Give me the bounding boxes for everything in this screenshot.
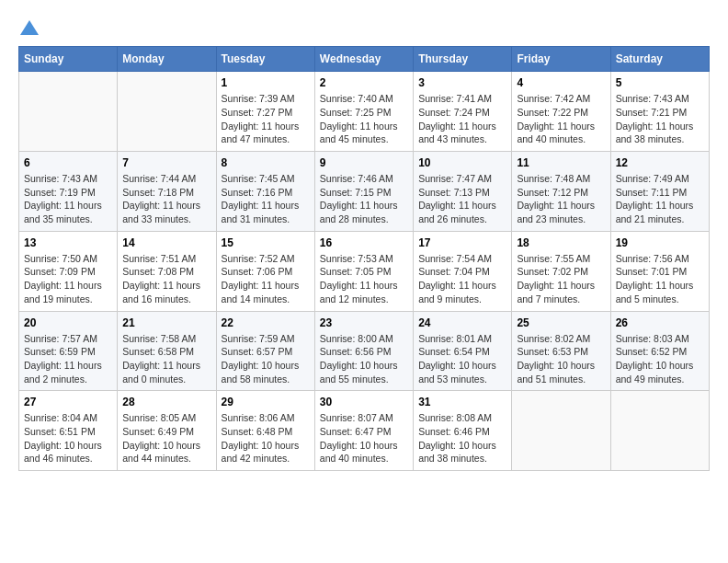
weekday-header-wednesday: Wednesday	[314, 47, 413, 72]
calendar-cell: 4Sunrise: 7:42 AM Sunset: 7:22 PM Daylig…	[512, 72, 610, 152]
calendar-week-row: 1Sunrise: 7:39 AM Sunset: 7:27 PM Daylig…	[19, 72, 710, 152]
logo	[18, 18, 39, 37]
calendar-cell: 10Sunrise: 7:47 AM Sunset: 7:13 PM Dayli…	[414, 152, 512, 232]
weekday-header-friday: Friday	[512, 47, 610, 72]
day-number: 26	[616, 316, 704, 329]
calendar-cell	[118, 72, 216, 152]
calendar-cell: 25Sunrise: 8:02 AM Sunset: 6:53 PM Dayli…	[512, 311, 610, 391]
day-info: Sunrise: 7:42 AM Sunset: 7:22 PM Dayligh…	[517, 92, 605, 146]
day-info: Sunrise: 7:49 AM Sunset: 7:11 PM Dayligh…	[616, 172, 704, 226]
calendar-cell: 15Sunrise: 7:52 AM Sunset: 7:06 PM Dayli…	[216, 231, 314, 311]
calendar-cell	[19, 72, 118, 152]
page-header	[18, 18, 710, 37]
calendar-cell: 1Sunrise: 7:39 AM Sunset: 7:27 PM Daylig…	[216, 72, 314, 152]
day-info: Sunrise: 7:57 AM Sunset: 6:59 PM Dayligh…	[24, 332, 112, 386]
day-number: 1	[222, 76, 310, 89]
calendar-cell: 31Sunrise: 8:08 AM Sunset: 6:46 PM Dayli…	[414, 391, 512, 471]
day-info: Sunrise: 7:43 AM Sunset: 7:19 PM Dayligh…	[24, 172, 112, 226]
calendar-week-row: 20Sunrise: 7:57 AM Sunset: 6:59 PM Dayli…	[19, 311, 710, 391]
calendar-cell: 21Sunrise: 7:58 AM Sunset: 6:58 PM Dayli…	[118, 311, 216, 391]
calendar-cell: 19Sunrise: 7:56 AM Sunset: 7:01 PM Dayli…	[610, 231, 709, 311]
calendar-week-row: 13Sunrise: 7:50 AM Sunset: 7:09 PM Dayli…	[19, 231, 710, 311]
day-info: Sunrise: 7:41 AM Sunset: 7:24 PM Dayligh…	[418, 92, 506, 146]
svg-marker-0	[20, 20, 39, 35]
calendar-cell: 9Sunrise: 7:46 AM Sunset: 7:15 PM Daylig…	[314, 152, 413, 232]
calendar-cell: 22Sunrise: 7:59 AM Sunset: 6:57 PM Dayli…	[216, 311, 314, 391]
calendar-cell: 20Sunrise: 7:57 AM Sunset: 6:59 PM Dayli…	[19, 311, 118, 391]
day-info: Sunrise: 7:53 AM Sunset: 7:05 PM Dayligh…	[320, 252, 408, 306]
day-number: 14	[122, 236, 210, 249]
calendar-cell: 17Sunrise: 7:54 AM Sunset: 7:04 PM Dayli…	[414, 231, 512, 311]
day-number: 2	[320, 76, 408, 89]
calendar-week-row: 6Sunrise: 7:43 AM Sunset: 7:19 PM Daylig…	[19, 152, 710, 232]
day-info: Sunrise: 7:39 AM Sunset: 7:27 PM Dayligh…	[222, 92, 310, 146]
day-info: Sunrise: 7:51 AM Sunset: 7:08 PM Dayligh…	[122, 252, 210, 306]
weekday-header-monday: Monday	[118, 47, 216, 72]
calendar-cell: 3Sunrise: 7:41 AM Sunset: 7:24 PM Daylig…	[414, 72, 512, 152]
day-number: 4	[517, 76, 605, 89]
day-info: Sunrise: 8:08 AM Sunset: 6:46 PM Dayligh…	[418, 411, 506, 465]
day-info: Sunrise: 7:52 AM Sunset: 7:06 PM Dayligh…	[222, 252, 310, 306]
weekday-header-thursday: Thursday	[414, 47, 512, 72]
day-info: Sunrise: 8:00 AM Sunset: 6:56 PM Dayligh…	[320, 332, 408, 386]
calendar-cell: 26Sunrise: 8:03 AM Sunset: 6:52 PM Dayli…	[610, 311, 709, 391]
calendar-cell: 8Sunrise: 7:45 AM Sunset: 7:16 PM Daylig…	[216, 152, 314, 232]
day-info: Sunrise: 8:06 AM Sunset: 6:48 PM Dayligh…	[222, 411, 310, 465]
day-info: Sunrise: 8:03 AM Sunset: 6:52 PM Dayligh…	[616, 332, 704, 386]
calendar-cell: 14Sunrise: 7:51 AM Sunset: 7:08 PM Dayli…	[118, 231, 216, 311]
calendar-cell	[512, 391, 610, 471]
calendar-table: SundayMondayTuesdayWednesdayThursdayFrid…	[18, 46, 710, 471]
calendar-cell: 27Sunrise: 8:04 AM Sunset: 6:51 PM Dayli…	[19, 391, 118, 471]
day-info: Sunrise: 8:04 AM Sunset: 6:51 PM Dayligh…	[24, 411, 112, 465]
calendar-week-row: 27Sunrise: 8:04 AM Sunset: 6:51 PM Dayli…	[19, 391, 710, 471]
day-number: 7	[122, 156, 210, 169]
day-number: 30	[320, 396, 408, 408]
calendar-cell: 12Sunrise: 7:49 AM Sunset: 7:11 PM Dayli…	[610, 152, 709, 232]
day-info: Sunrise: 7:50 AM Sunset: 7:09 PM Dayligh…	[24, 252, 112, 306]
weekday-header-saturday: Saturday	[610, 47, 709, 72]
calendar-cell: 24Sunrise: 8:01 AM Sunset: 6:54 PM Dayli…	[414, 311, 512, 391]
day-info: Sunrise: 8:05 AM Sunset: 6:49 PM Dayligh…	[122, 411, 210, 465]
day-number: 23	[320, 316, 408, 329]
day-info: Sunrise: 7:55 AM Sunset: 7:02 PM Dayligh…	[517, 252, 605, 306]
day-number: 24	[418, 316, 506, 329]
day-info: Sunrise: 7:45 AM Sunset: 7:16 PM Dayligh…	[222, 172, 310, 226]
day-number: 10	[418, 156, 506, 169]
day-number: 21	[122, 316, 210, 329]
day-number: 20	[24, 316, 112, 329]
calendar-cell	[610, 391, 709, 471]
weekday-header-sunday: Sunday	[19, 47, 118, 72]
day-info: Sunrise: 7:43 AM Sunset: 7:21 PM Dayligh…	[616, 92, 704, 146]
calendar-cell: 6Sunrise: 7:43 AM Sunset: 7:19 PM Daylig…	[19, 152, 118, 232]
day-number: 5	[616, 76, 704, 89]
day-info: Sunrise: 8:01 AM Sunset: 6:54 PM Dayligh…	[418, 332, 506, 386]
day-number: 15	[222, 236, 310, 249]
logo-text	[18, 18, 39, 37]
day-info: Sunrise: 7:56 AM Sunset: 7:01 PM Dayligh…	[616, 252, 704, 306]
weekday-header-tuesday: Tuesday	[216, 47, 314, 72]
day-info: Sunrise: 7:44 AM Sunset: 7:18 PM Dayligh…	[122, 172, 210, 226]
calendar-cell: 29Sunrise: 8:06 AM Sunset: 6:48 PM Dayli…	[216, 391, 314, 471]
day-number: 6	[24, 156, 112, 169]
day-number: 29	[222, 396, 310, 408]
day-number: 9	[320, 156, 408, 169]
calendar-cell: 2Sunrise: 7:40 AM Sunset: 7:25 PM Daylig…	[314, 72, 413, 152]
calendar-cell: 11Sunrise: 7:48 AM Sunset: 7:12 PM Dayli…	[512, 152, 610, 232]
calendar-cell: 7Sunrise: 7:44 AM Sunset: 7:18 PM Daylig…	[118, 152, 216, 232]
day-number: 3	[418, 76, 506, 89]
calendar-cell: 5Sunrise: 7:43 AM Sunset: 7:21 PM Daylig…	[610, 72, 709, 152]
day-info: Sunrise: 7:54 AM Sunset: 7:04 PM Dayligh…	[418, 252, 506, 306]
calendar-cell: 16Sunrise: 7:53 AM Sunset: 7:05 PM Dayli…	[314, 231, 413, 311]
day-info: Sunrise: 8:07 AM Sunset: 6:47 PM Dayligh…	[320, 411, 408, 465]
day-number: 31	[418, 396, 506, 408]
day-info: Sunrise: 7:58 AM Sunset: 6:58 PM Dayligh…	[122, 332, 210, 386]
day-number: 12	[616, 156, 704, 169]
day-number: 13	[24, 236, 112, 249]
day-info: Sunrise: 7:59 AM Sunset: 6:57 PM Dayligh…	[222, 332, 310, 386]
day-number: 27	[24, 396, 112, 408]
weekday-header-row: SundayMondayTuesdayWednesdayThursdayFrid…	[19, 47, 710, 72]
day-number: 18	[517, 236, 605, 249]
day-info: Sunrise: 8:02 AM Sunset: 6:53 PM Dayligh…	[517, 332, 605, 386]
day-number: 22	[222, 316, 310, 329]
calendar-cell: 28Sunrise: 8:05 AM Sunset: 6:49 PM Dayli…	[118, 391, 216, 471]
